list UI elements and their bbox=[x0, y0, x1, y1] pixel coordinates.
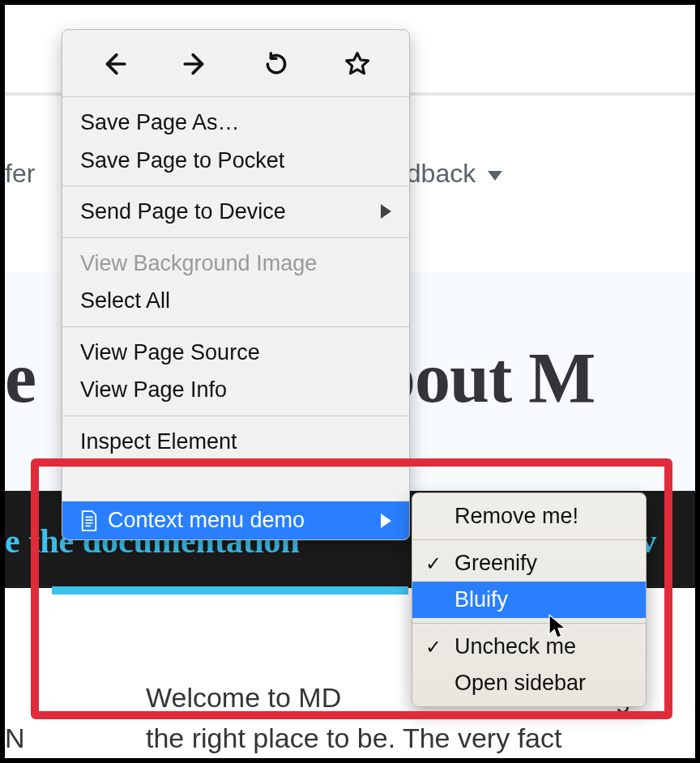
submenu-item-bluify[interactable]: Bluify bbox=[412, 582, 646, 618]
context-menu: Save Page As… Save Page to Pocket Send P… bbox=[62, 29, 410, 540]
back-button[interactable] bbox=[98, 48, 130, 80]
star-icon bbox=[344, 50, 371, 78]
bookmark-button[interactable] bbox=[341, 48, 373, 80]
menu-item-view-page-source[interactable]: View Page Source bbox=[62, 334, 409, 372]
document-icon bbox=[80, 510, 98, 531]
submenu-item-uncheck-me[interactable]: ✓ Uncheck me bbox=[412, 629, 646, 665]
body-paragraph-line2: the right place to be. The very fact bbox=[146, 723, 561, 754]
menu-item-label: Context menu demo bbox=[108, 506, 305, 535]
submenu-item-open-sidebar[interactable]: Open sidebar bbox=[412, 665, 646, 701]
arrow-left-icon bbox=[100, 50, 128, 78]
submenu-item-remove-me[interactable]: Remove me! bbox=[412, 498, 646, 535]
menu-item-view-page-info[interactable]: View Page Info bbox=[62, 371, 409, 409]
forward-button[interactable] bbox=[179, 48, 211, 80]
arrow-right-icon bbox=[181, 50, 209, 78]
check-icon: ✓ bbox=[425, 551, 442, 576]
submenu-arrow-icon bbox=[381, 204, 391, 219]
submenu-item-label: Uncheck me bbox=[455, 634, 576, 659]
submenu-arrow-icon bbox=[381, 514, 391, 528]
menu-item-save-page-as[interactable]: Save Page As… bbox=[62, 104, 409, 142]
reload-icon bbox=[263, 51, 289, 77]
reload-button[interactable] bbox=[260, 48, 292, 80]
link-underline bbox=[52, 586, 408, 595]
check-icon: ✓ bbox=[425, 634, 442, 659]
menu-item-send-to-device[interactable]: Send Page to Device bbox=[62, 193, 409, 231]
submenu-item-label: Bluify bbox=[455, 587, 508, 612]
menu-item-label: Send Page to Device bbox=[80, 198, 286, 226]
menu-item-inspect-element[interactable]: Inspect Element bbox=[62, 423, 409, 461]
context-submenu: Remove me! ✓ Greenify Bluify ✓ Uncheck m… bbox=[412, 492, 647, 707]
menu-item-view-background-image: View Background Image bbox=[62, 245, 409, 283]
body-fragment-left: N bbox=[5, 723, 25, 754]
menu-item-select-all[interactable]: Select All bbox=[62, 282, 409, 320]
submenu-item-label: Greenify bbox=[455, 551, 537, 575]
chevron-down-icon bbox=[488, 171, 502, 181]
menu-item-save-to-pocket[interactable]: Save Page to Pocket bbox=[62, 142, 409, 180]
context-menu-toolbar bbox=[62, 30, 409, 96]
submenu-item-greenify[interactable]: ✓ Greenify bbox=[412, 545, 646, 582]
menu-item-context-menu-demo[interactable]: Context menu demo bbox=[62, 501, 409, 539]
nav-fragment-left: fer bbox=[5, 159, 35, 189]
